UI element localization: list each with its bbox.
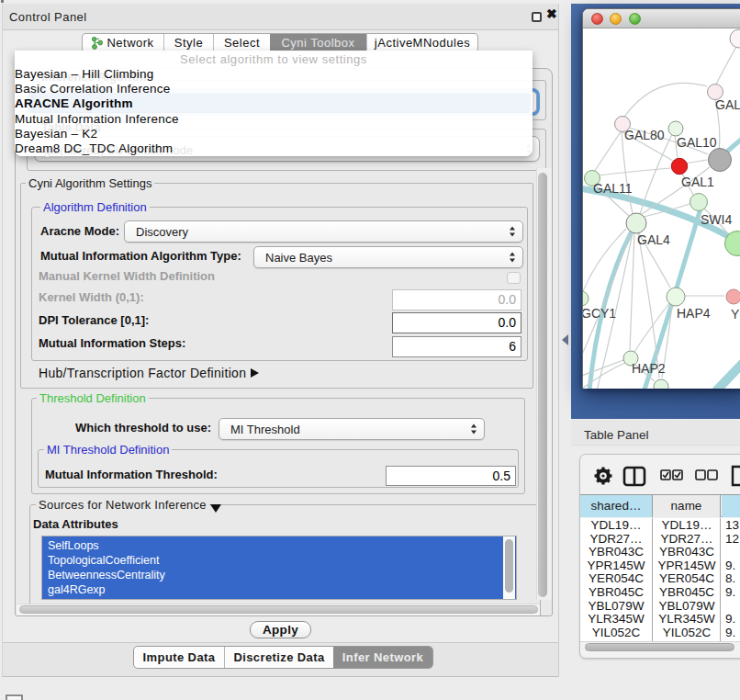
svg-text:GAL4: GAL4	[637, 232, 670, 247]
svg-text:GAL11: GAL11	[593, 181, 633, 196]
svg-text:GAL10: GAL10	[677, 135, 717, 150]
svg-text:HAP2: HAP2	[632, 361, 666, 376]
svg-text:GAL: GAL	[715, 97, 740, 112]
svg-text:GCY1: GCY1	[583, 306, 616, 321]
svg-text:HAP4: HAP4	[677, 306, 711, 321]
svg-text:SWI4: SWI4	[701, 212, 732, 227]
svg-text:Y: Y	[731, 307, 740, 322]
svg-text:GAL80: GAL80	[624, 128, 665, 142]
svg-text:GAL1: GAL1	[681, 175, 714, 189]
